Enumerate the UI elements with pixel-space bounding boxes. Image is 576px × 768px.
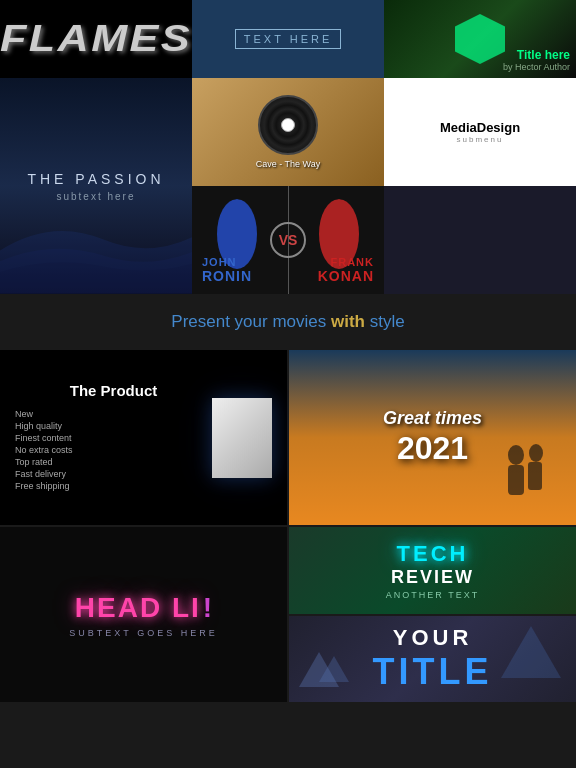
promo-section: Present your movies with style xyxy=(0,294,576,350)
svg-rect-1 xyxy=(508,465,524,495)
right-bottom-col: TECH REVIEW ANOTHER TEXT YOUR TITLE xyxy=(289,527,576,702)
list-item: Top rated xyxy=(15,457,212,467)
cell-passion[interactable]: THE PASSION subtext here xyxy=(0,78,192,294)
text-here-label: TEXT HERE xyxy=(235,29,342,49)
list-item: Finest content xyxy=(15,433,212,443)
promo-text: Present your movies with style xyxy=(171,312,404,331)
cell-product[interactable]: The Product New High quality Finest cont… xyxy=(0,350,287,525)
vinyl-label: Cave - The Way xyxy=(256,159,321,169)
top-grid: FLAMES TEXT HERE Title here by Hector Au… xyxy=(0,0,576,294)
review-text: REVIEW xyxy=(391,567,474,588)
product-text-col: The Product New High quality Finest cont… xyxy=(15,382,212,493)
cell-your-title[interactable]: YOUR TITLE xyxy=(289,616,576,703)
title-here-main: Title here xyxy=(503,48,570,62)
hex-decoration xyxy=(455,14,505,64)
title-here-sub: by Hector Author xyxy=(503,62,570,72)
list-item: Free shipping xyxy=(15,481,212,491)
triangle-decor-3 xyxy=(319,656,349,682)
headlines-title-row: HEAD LI ! xyxy=(75,592,212,624)
vs-badge: VS xyxy=(270,222,306,258)
cell-empty xyxy=(384,186,576,294)
vinyl-record xyxy=(258,95,318,155)
svg-point-0 xyxy=(508,445,524,465)
cell-great-times[interactable]: Great times 2021 xyxy=(289,350,576,525)
cell-vs[interactable]: VS JOHN RONIN FRANK KONAN xyxy=(192,186,384,294)
cell-media-design[interactable]: MediaDesign submenu xyxy=(384,78,576,186)
product-title: The Product xyxy=(15,382,212,399)
vs-right-person: FRANK KONAN xyxy=(318,256,374,284)
cell-title-here[interactable]: Title here by Hector Author xyxy=(384,0,576,78)
product-list: New High quality Finest content No extra… xyxy=(15,409,212,491)
cell-text-here[interactable]: TEXT HERE xyxy=(192,0,384,78)
flames-text: FLAMES xyxy=(0,18,192,60)
bottom-grid: The Product New High quality Finest cont… xyxy=(0,350,576,702)
triangle-decor-1 xyxy=(501,626,561,678)
headlines-sub: SUBTEXT GOES HERE xyxy=(69,628,217,638)
another-text: ANOTHER TEXT xyxy=(386,590,479,600)
john-name: JOHN xyxy=(202,256,252,268)
frank-name: FRANK xyxy=(318,256,374,268)
media-design-title: MediaDesign xyxy=(440,120,520,135)
john-surname: RONIN xyxy=(202,268,252,284)
passion-title: THE PASSION xyxy=(27,171,164,187)
frank-surname: KONAN xyxy=(318,268,374,284)
list-item: New xyxy=(15,409,212,419)
product-box xyxy=(212,398,272,478)
promo-text-style: style xyxy=(365,312,405,331)
cursor-icon: ! xyxy=(203,592,212,624)
passion-sub: subtext here xyxy=(56,191,135,202)
promo-highlight: with xyxy=(331,312,365,331)
cell-vinyl[interactable]: Cave - The Way xyxy=(192,78,384,186)
cell-tech-review[interactable]: TECH REVIEW ANOTHER TEXT xyxy=(289,527,576,614)
list-item: High quality xyxy=(15,421,212,431)
svg-point-2 xyxy=(529,444,543,462)
your-text: YOUR xyxy=(393,625,473,651)
list-item: No extra costs xyxy=(15,445,212,455)
great-times-year: 2021 xyxy=(397,430,468,467)
great-times-text: Great times xyxy=(383,408,482,430)
silhouette-couple-svg xyxy=(496,435,556,515)
title-text-big: TITLE xyxy=(373,651,493,693)
tech-text: TECH xyxy=(397,541,469,567)
headlines-title: HEAD LI xyxy=(75,592,201,624)
cell-flames[interactable]: FLAMES xyxy=(0,0,192,78)
vs-left-person: JOHN RONIN xyxy=(202,256,252,284)
list-item: Fast delivery xyxy=(15,469,212,479)
media-design-sub: submenu xyxy=(457,135,504,144)
title-here-text: Title here by Hector Author xyxy=(503,48,570,72)
promo-text-start: Present your movies xyxy=(171,312,331,331)
svg-rect-3 xyxy=(528,462,542,490)
cell-headlines[interactable]: HEAD LI ! SUBTEXT GOES HERE xyxy=(0,527,287,702)
